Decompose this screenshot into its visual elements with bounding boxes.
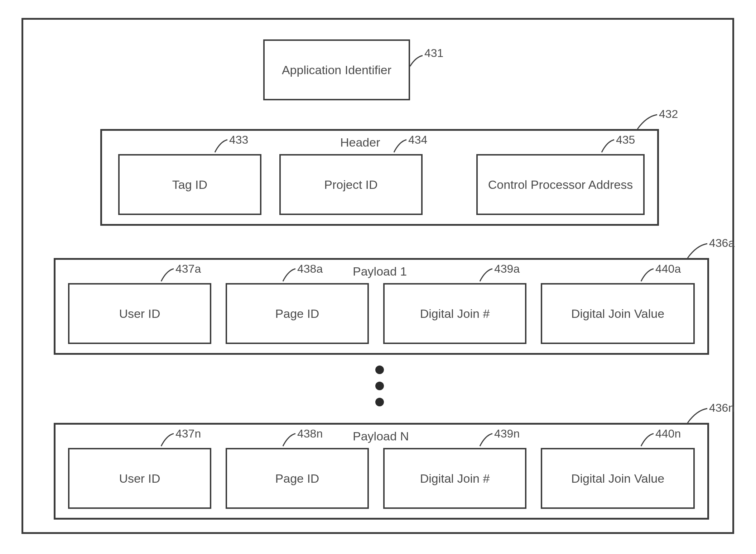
leader-436a — [688, 242, 698, 253]
ellipsis-dot — [375, 382, 384, 390]
ref-438a: 438a — [297, 262, 323, 276]
leader-437n — [161, 432, 172, 443]
p1-page-id-label: Page ID — [275, 306, 319, 321]
cp-address-label: Control Processor Address — [488, 177, 633, 192]
leader-433 — [215, 138, 226, 149]
p1-dj-num-box: Digital Join # — [383, 283, 526, 344]
leader-436n — [688, 407, 698, 417]
ref-439a: 439a — [494, 262, 520, 276]
ref-440a: 440a — [655, 262, 681, 276]
leader-438a — [283, 267, 294, 278]
ellipsis-dot — [375, 398, 384, 406]
tag-id-label: Tag ID — [172, 177, 207, 192]
pN-user-id-label: User ID — [119, 471, 160, 486]
ref-433: 433 — [229, 133, 248, 147]
p1-dj-num-label: Digital Join # — [420, 306, 490, 321]
pN-dj-num-box: Digital Join # — [383, 448, 526, 509]
p1-dj-val-label: Digital Join Value — [571, 306, 664, 321]
pN-page-id-box: Page ID — [226, 448, 369, 509]
ref-434: 434 — [408, 133, 427, 147]
ref-437n: 437n — [175, 427, 201, 440]
ellipsis-dot — [375, 366, 384, 374]
pN-user-id-box: User ID — [68, 448, 211, 509]
pN-dj-num-label: Digital Join # — [420, 471, 490, 486]
application-identifier-label: Application Identifier — [282, 63, 391, 77]
leader-440a — [641, 267, 652, 278]
cp-address-box: Control Processor Address — [476, 154, 645, 215]
pN-dj-val-label: Digital Join Value — [571, 471, 664, 486]
ref-432: 432 — [659, 108, 678, 121]
leader-437a — [161, 267, 172, 278]
pN-dj-val-box: Digital Join Value — [541, 448, 695, 509]
p1-dj-val-box: Digital Join Value — [541, 283, 695, 344]
ref-437a: 437a — [175, 262, 201, 276]
leader-434 — [394, 138, 405, 149]
payloadN-title: Payload N — [353, 429, 409, 443]
ref-436n: 436n — [709, 401, 735, 415]
ref-440n: 440n — [655, 427, 681, 440]
leader-440n — [641, 432, 652, 443]
leader-439n — [480, 432, 491, 443]
ref-431: 431 — [424, 47, 443, 60]
pN-page-id-label: Page ID — [275, 471, 319, 486]
leader-435 — [602, 138, 612, 149]
payload1-title: Payload 1 — [353, 264, 407, 278]
ref-436a: 436a — [709, 237, 735, 250]
diagram-stage: Application Identifier 431 Header 432 Ta… — [0, 0, 756, 554]
leader-439a — [480, 267, 491, 278]
header-title: Header — [340, 135, 380, 149]
p1-user-id-box: User ID — [68, 283, 211, 344]
p1-page-id-box: Page ID — [226, 283, 369, 344]
ref-439n: 439n — [494, 427, 520, 440]
ref-435: 435 — [616, 133, 635, 147]
p1-user-id-label: User ID — [119, 306, 160, 321]
ref-438n: 438n — [297, 427, 323, 440]
leader-431 — [410, 54, 421, 65]
leader-432 — [637, 113, 648, 124]
tag-id-box: Tag ID — [118, 154, 261, 215]
leader-438n — [283, 432, 294, 443]
application-identifier-box: Application Identifier — [263, 39, 410, 100]
project-id-box: Project ID — [279, 154, 423, 215]
project-id-label: Project ID — [324, 177, 377, 192]
